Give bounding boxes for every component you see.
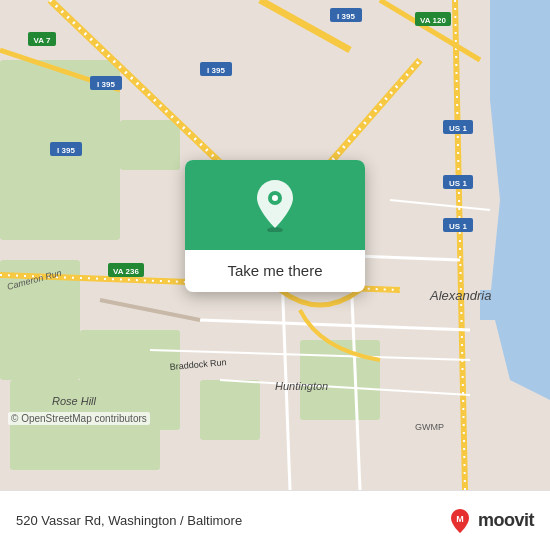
svg-text:US 1: US 1	[449, 124, 467, 133]
svg-text:VA 120: VA 120	[420, 16, 446, 25]
svg-rect-4	[10, 380, 160, 470]
popup-card: Take me there	[185, 160, 365, 292]
svg-text:Rose Hill: Rose Hill	[52, 395, 97, 407]
svg-text:I 395: I 395	[57, 146, 75, 155]
take-me-there-button[interactable]: Take me there	[227, 262, 322, 279]
location-pin-icon	[253, 178, 297, 232]
svg-rect-7	[120, 120, 180, 170]
svg-text:I 395: I 395	[337, 12, 355, 21]
address-text: 520 Vassar Rd, Washington / Baltimore	[16, 513, 242, 528]
svg-text:US 1: US 1	[449, 222, 467, 231]
svg-text:I 395: I 395	[207, 66, 225, 75]
svg-point-56	[272, 195, 278, 201]
map-container: I 395 VA 120 I 395 I 395 I 395 VA 7 US 1…	[0, 0, 550, 490]
bottom-bar: 520 Vassar Rd, Washington / Baltimore M …	[0, 490, 550, 550]
svg-text:I 395: I 395	[97, 80, 115, 89]
svg-text:Alexandria: Alexandria	[429, 288, 491, 303]
svg-text:US 1: US 1	[449, 179, 467, 188]
svg-text:GWMP: GWMP	[415, 422, 444, 432]
svg-text:Huntington: Huntington	[275, 380, 328, 392]
moovit-logo: M moovit	[446, 507, 534, 535]
svg-text:VA 7: VA 7	[34, 36, 51, 45]
moovit-icon: M	[446, 507, 474, 535]
copyright-text: © OpenStreetMap contributors	[8, 412, 150, 425]
popup-header	[185, 160, 365, 250]
moovit-brand-text: moovit	[478, 510, 534, 531]
svg-text:VA 236: VA 236	[113, 267, 139, 276]
svg-rect-6	[200, 380, 260, 440]
svg-text:M: M	[456, 514, 464, 524]
popup-body: Take me there	[185, 250, 365, 292]
